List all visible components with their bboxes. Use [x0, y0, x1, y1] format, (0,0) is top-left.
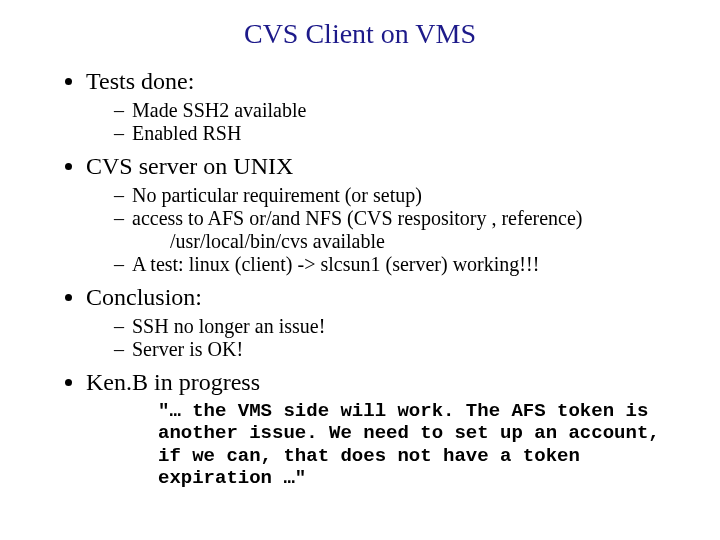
sub-item: access to AFS or/and NFS (CVS respositor…: [114, 207, 690, 253]
sub-item: Server is OK!: [114, 338, 690, 361]
quote-block: "… the VMS side will work. The AFS token…: [158, 400, 690, 490]
sub-text: Server is OK!: [132, 338, 243, 360]
sub-item: A test: linux (client) -> slcsun1 (serve…: [114, 253, 690, 276]
sub-text: Made SSH2 available: [132, 99, 306, 121]
bullet-conclusion: Conclusion: SSH no longer an issue! Serv…: [86, 284, 690, 361]
sublist-conclusion: SSH no longer an issue! Server is OK!: [86, 315, 690, 361]
sub-text: A test: linux (client) -> slcsun1 (serve…: [132, 253, 539, 275]
sublist-tests: Made SSH2 available Enabled RSH: [86, 99, 690, 145]
sub-text: Enabled RSH: [132, 122, 241, 144]
bullet-kenb: Ken.B in progress: [86, 369, 690, 396]
sub-text: No particular requirement (or setup): [132, 184, 422, 206]
sub-text: access to AFS or/and NFS (CVS respositor…: [132, 207, 582, 229]
sub-item: Made SSH2 available: [114, 99, 690, 122]
page-title: CVS Client on VMS: [30, 18, 690, 50]
bullet-cvs-server: CVS server on UNIX No particular require…: [86, 153, 690, 276]
sub-text: SSH no longer an issue!: [132, 315, 325, 337]
bullet-text: Tests done:: [86, 68, 194, 94]
bullet-list: Tests done: Made SSH2 available Enabled …: [30, 68, 690, 396]
bullet-text: Conclusion:: [86, 284, 202, 310]
sub-item: Enabled RSH: [114, 122, 690, 145]
bullet-tests-done: Tests done: Made SSH2 available Enabled …: [86, 68, 690, 145]
sub-text-continuation: /usr/local/bin/cvs available: [132, 230, 690, 253]
sub-item: No particular requirement (or setup): [114, 184, 690, 207]
sublist-server: No particular requirement (or setup) acc…: [86, 184, 690, 276]
sub-item: SSH no longer an issue!: [114, 315, 690, 338]
bullet-text: CVS server on UNIX: [86, 153, 293, 179]
slide: CVS Client on VMS Tests done: Made SSH2 …: [0, 0, 720, 540]
bullet-text: Ken.B in progress: [86, 369, 260, 395]
